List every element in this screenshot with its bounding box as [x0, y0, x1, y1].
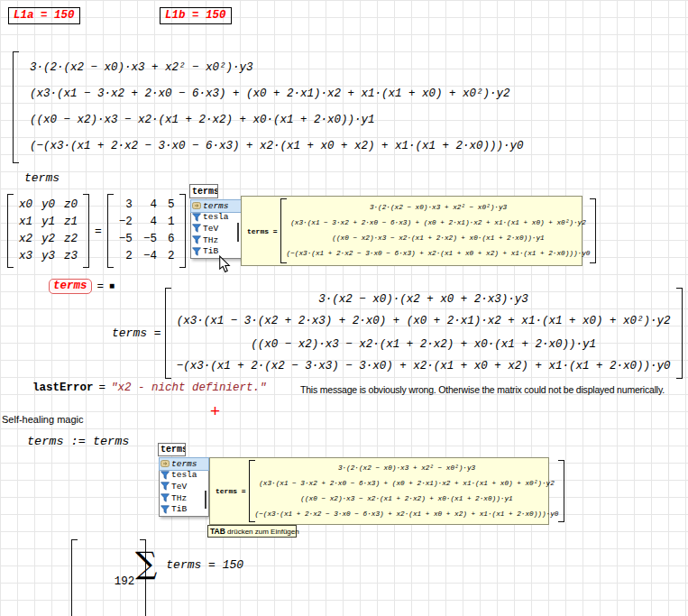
note-text-region[interactable]: Self-healing magic — [2, 414, 84, 425]
dropdown-scrollbar[interactable] — [205, 491, 206, 509]
matrix-cell: x1 — [19, 214, 32, 231]
unit-icon — [192, 247, 201, 256]
comment-text[interactable]: This message is obviously wrong. Otherwi… — [300, 384, 688, 395]
terms-definition-expression[interactable]: 3·(2·(x2 − x0)·x3 + x2² − x0²)·y3 (x3·(x… — [13, 51, 524, 163]
terms-text-region[interactable]: terms — [24, 171, 60, 185]
expression-row: ((x0 − x2)·x3 − x2·(x1 + 2·x2) + x0·(x1 … — [171, 334, 676, 355]
dropdown-item-thz[interactable]: THz — [191, 234, 241, 246]
matrix-cell: 4 — [150, 197, 157, 214]
dropdown-item-tev[interactable]: TeV — [160, 481, 208, 492]
matrix-cell: z0 — [64, 197, 78, 214]
expression-row: 3·(x2 − x0)·(x2 + x0 + 2·x3)·y3 — [171, 290, 676, 309]
tooltip-row: (−(x3·(x1 + 2·x2 − 3·x0 − 6·x3) + x2·(x1… — [287, 246, 591, 262]
value-preview-tooltip: terms = 3·(2·(x2 − x0)·x3 + x2² − x0²)·y… — [209, 457, 549, 525]
dropdown-item-terms[interactable]: terms — [191, 200, 241, 212]
unit-icon — [161, 471, 170, 480]
dropdown-item-label: THz — [171, 492, 187, 502]
matrix-cell: x3 — [19, 248, 32, 265]
dropdown-scrollbar[interactable] — [237, 223, 239, 242]
dropdown-item-thz[interactable]: THz — [160, 492, 208, 504]
matrix-right-bracket — [83, 194, 89, 268]
dropdown-item-label: THz — [203, 234, 218, 244]
matrix-cell: 3 — [125, 197, 133, 214]
matrix-left-bracket — [280, 198, 287, 263]
matrix-cell: y2 — [41, 231, 55, 248]
dropdown-item-label: terms — [203, 200, 229, 210]
dropdown-item-terms[interactable]: terms — [160, 458, 208, 470]
dropdown-item-label: TiB — [171, 504, 187, 514]
equals-sign: = — [97, 280, 105, 293]
expression-row: (x3·(x1 − 3·x2 + 2·x0 − 6·x3) + (x0 + 2·… — [30, 81, 524, 107]
definition-icon — [161, 459, 170, 468]
dropdown-item-tesla[interactable]: tesla — [160, 470, 208, 482]
matrix-cell: 2 — [125, 248, 133, 265]
expression-row: ((x0 − x2)·x3 − x2·(x1 + 2·x2) + x0·(x1 … — [30, 107, 524, 133]
region-l1a-definition[interactable]: L1a = 150 — [8, 7, 80, 24]
terms-error-evaluation[interactable]: terms = ■ — [49, 279, 115, 294]
matrix-left-bracket — [249, 460, 255, 522]
matrix-cell: y1 — [41, 214, 55, 231]
value-preview-tooltip: terms = 3·(2·(x2 − x0)·x3 + x2² − x0²)·y… — [241, 196, 583, 266]
terms-symbolic-result[interactable]: terms = 3·(x2 − x0)·(x2 + x0 + 2·x3)·y3 … — [112, 288, 683, 379]
last-error-label: lastError — [32, 382, 94, 394]
matrix-cell: −2 — [119, 214, 133, 231]
equals-sign: = — [95, 225, 102, 238]
summation-sigma-icon: ∑ — [135, 545, 157, 581]
insertion-crosshair-icon: + — [210, 402, 220, 419]
unit-icon — [192, 235, 201, 244]
tab-key-label: TAB — [210, 527, 225, 536]
matrix-cell: z3 — [64, 248, 78, 265]
tooltip-row: (x3·(x1 − 3·x2 + 2·x0 − 6·x3) + (x0 + 2·… — [287, 216, 591, 231]
matrix-cell: z2 — [64, 231, 78, 248]
tooltip-row: 3·(2·(x2 − x0)·x3 + x2² − x0²)·y3 — [287, 200, 591, 216]
matrix-cell: −4 — [143, 248, 157, 265]
dropdown-item-label: TiB — [203, 246, 218, 256]
definition-icon — [192, 201, 201, 210]
autocomplete-dropdown: terms tesla TeV THz TiB — [159, 457, 209, 517]
dropdown-item-tev[interactable]: TeV — [191, 223, 241, 234]
autocomplete-input[interactable] — [158, 443, 186, 456]
unit-icon — [192, 213, 201, 222]
matrix-cell: x2 — [19, 231, 32, 248]
unit-icon — [161, 505, 170, 514]
tab-hint-text: drücken zum Einfügen — [227, 528, 299, 536]
tooltip-lhs: terms = — [216, 487, 246, 495]
matrix-left-bracket — [7, 194, 14, 268]
autocomplete-dropdown: terms tesla TeV THz TiB — [190, 199, 242, 259]
matrix-cell: −5 — [119, 231, 133, 248]
matrix-right-bracket — [179, 194, 186, 268]
dropdown-item-label: tesla — [203, 212, 229, 222]
dropdown-item-label: TeV — [171, 481, 187, 491]
expression-row: (−(x3·(x1 + 2·x2 − 3·x0 − 6·x3) + x2·(x1… — [30, 133, 524, 160]
matrix-cell: y3 — [41, 248, 55, 265]
last-error-string: "x2 - nicht definiert." — [111, 382, 267, 394]
matrix-cell: y0 — [41, 197, 55, 214]
tab-hint-tooltip: TAB drücken zum Einfügen — [207, 525, 297, 538]
autocomplete-input[interactable] — [189, 184, 218, 198]
mouse-pointer-icon — [218, 255, 231, 273]
expression-row: −(x3·(x1 + 2·(x2 − 3·x3) − 3·x0) + x2·(x… — [171, 355, 676, 377]
summation-expression: terms = 150 — [166, 558, 243, 572]
matrix-right-bracket — [558, 460, 564, 522]
terms-reassignment[interactable]: terms := terms — [27, 435, 129, 448]
matrix-left-bracket — [165, 288, 171, 379]
equals-sign: = — [99, 382, 106, 394]
terms-numeric-result[interactable]: terms = 192 −130 −128 216 — [16, 539, 146, 616]
coordinate-matrix-assignment[interactable]: x0y0z0 x1y1z1 x2y2z2 x3y3z3 = 345 −241 −… — [7, 194, 186, 268]
dropdown-item-tib[interactable]: TiB — [191, 245, 241, 257]
tooltip-lhs: terms = — [247, 227, 278, 235]
result-lhs: terms = — [112, 326, 161, 340]
matrix-right-bracket — [590, 198, 596, 263]
last-error-region[interactable]: lastError = "x2 - nicht definiert." — [32, 382, 267, 394]
error-variable: terms — [49, 279, 92, 294]
region-l1b-definition[interactable]: L1b = 150 — [160, 7, 232, 24]
tooltip-row: ((x0 − x2)·x3 − x2·(x1 + 2·x2) + x0·(x1 … — [287, 231, 591, 246]
dropdown-item-tesla[interactable]: tesla — [191, 212, 241, 224]
dropdown-item-tib[interactable]: TiB — [160, 503, 208, 515]
tooltip-row: (−(x3·(x1 + 2·x2 − 3·x0 − 6·x3) + x2·(x1… — [255, 507, 559, 522]
dropdown-item-label: terms — [171, 458, 197, 468]
summation-result[interactable]: ∑ terms = 150 — [135, 545, 243, 581]
smath-worksheet-canvas: L1a = 150 L1b = 150 3·(2·(x2 − x0)·x3 + … — [0, 0, 688, 616]
expression-row: 3·(2·(x2 − x0)·x3 + x2² − x0²)·y3 — [30, 55, 524, 81]
matrix-left-bracket — [13, 51, 19, 163]
